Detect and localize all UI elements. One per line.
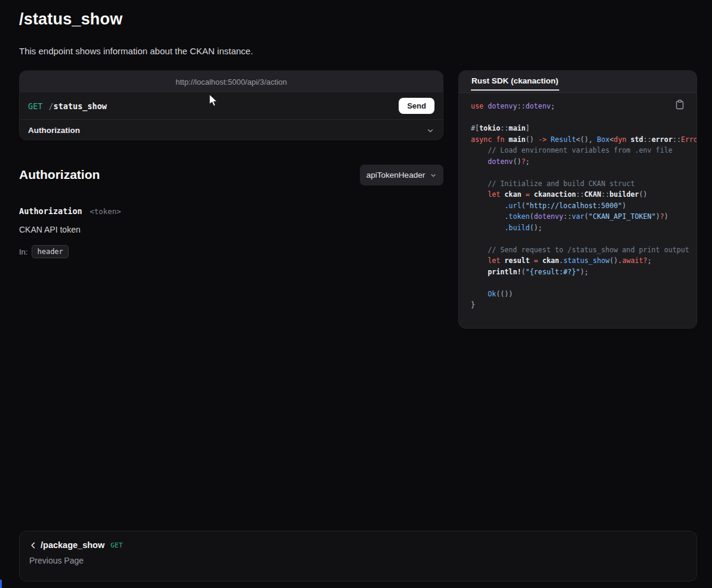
auth-param-description: CKAN API token bbox=[19, 225, 81, 234]
auth-in-line: In: header bbox=[19, 245, 69, 258]
chevron-down-icon bbox=[426, 126, 434, 135]
code-panel-tab[interactable]: Rust SDK (ckanaction) bbox=[471, 71, 559, 91]
authorization-accordion-label: Authorization bbox=[28, 126, 80, 135]
endpoint-path: status_show bbox=[54, 101, 107, 111]
previous-page-method-badge: GET bbox=[110, 541, 123, 549]
auth-param-type: <token> bbox=[90, 207, 121, 216]
authorization-accordion[interactable]: Authorization bbox=[20, 119, 443, 140]
auth-scheme-select[interactable]: apiTokenHeader bbox=[360, 165, 443, 185]
previous-page-title: /package_show bbox=[41, 540, 104, 550]
base-url: http://localhost:5000/api/3/action bbox=[175, 78, 286, 86]
http-method-badge: GET bbox=[28, 101, 42, 111]
authorization-section-heading: Authorization bbox=[19, 168, 100, 182]
page-title: /status_show bbox=[19, 10, 122, 29]
endpoint-description: This endpoint shows information about th… bbox=[19, 46, 253, 56]
code-panel-header: Rust SDK (ckanaction) bbox=[459, 71, 696, 93]
chevron-left-icon bbox=[29, 541, 37, 549]
clipboard-icon bbox=[676, 100, 685, 110]
auth-param-line: Authorization <token> bbox=[19, 206, 121, 216]
chevron-down-icon bbox=[430, 172, 437, 179]
request-method-row: GET /status_show Send bbox=[20, 92, 443, 119]
send-button[interactable]: Send bbox=[399, 98, 434, 114]
base-url-bar[interactable]: http://localhost:5000/api/3/action bbox=[20, 71, 443, 92]
request-card: http://localhost:5000/api/3/action GET /… bbox=[19, 70, 443, 140]
auth-scheme-selected-value: apiTokenHeader bbox=[366, 171, 425, 180]
corner-accent-bar bbox=[0, 580, 2, 588]
code-example-panel: Rust SDK (ckanaction) use dotenvy::doten… bbox=[458, 70, 697, 329]
auth-param-name: Authorization bbox=[19, 206, 82, 216]
previous-page-label: Previous Page bbox=[29, 556, 687, 565]
auth-in-value-badge: header bbox=[32, 245, 68, 258]
endpoint-path-slash: / bbox=[48, 101, 53, 111]
code-block[interactable]: use dotenvy::dotenv; #[tokio::main]async… bbox=[459, 93, 696, 327]
auth-in-label: In: bbox=[19, 247, 27, 256]
previous-page-link[interactable]: /package_show GET Previous Page bbox=[19, 531, 697, 581]
copy-code-button[interactable] bbox=[674, 98, 686, 113]
